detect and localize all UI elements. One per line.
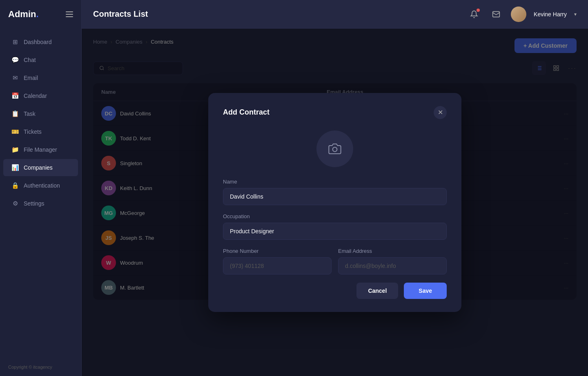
sidebar-item-label: Calendar xyxy=(24,93,47,99)
sidebar-item-authentication[interactable]: 🔒 Authentication xyxy=(3,177,78,194)
user-name: Kevine Harry xyxy=(534,11,567,18)
name-field-group: Name xyxy=(223,179,447,205)
sidebar-item-label: File Manager xyxy=(24,146,57,153)
svg-rect-0 xyxy=(493,11,500,17)
sidebar-item-settings[interactable]: ⚙ Settings xyxy=(3,195,78,212)
logo-dot: . xyxy=(36,9,38,19)
name-label: Name xyxy=(223,179,447,185)
svg-point-12 xyxy=(333,147,337,152)
sidebar: Admin. ⊞ Dashboard 💬 Chat ✉ Email 📅 Cale… xyxy=(0,0,82,376)
chevron-down-icon[interactable]: ▾ xyxy=(574,11,577,17)
app-name: Admin. xyxy=(8,9,39,20)
hamburger-icon[interactable] xyxy=(66,11,73,17)
modal-footer: Cancel Save xyxy=(223,283,447,299)
email-field-group: Email Address xyxy=(338,248,447,274)
sidebar-item-dashboard[interactable]: ⊞ Dashboard xyxy=(3,33,78,51)
sidebar-item-tickets[interactable]: 🎫 Tickets xyxy=(3,123,78,140)
upload-avatar-button[interactable] xyxy=(316,130,353,167)
page-title: Contracts List xyxy=(93,9,148,19)
sidebar-footer: Copyright © itcagency xyxy=(0,358,81,376)
chat-icon: 💬 xyxy=(11,56,19,64)
sidebar-item-email[interactable]: ✉ Email xyxy=(3,69,78,86)
settings-icon: ⚙ xyxy=(11,200,19,207)
phone-email-row: Phone Number Email Address xyxy=(223,248,447,274)
sidebar-item-label: Chat xyxy=(24,57,36,63)
sidebar-item-label: Authentication xyxy=(24,182,60,189)
add-contract-modal: Add Contract ✕ Name Occu xyxy=(208,93,461,312)
mail-button[interactable] xyxy=(489,7,503,22)
sidebar-nav: ⊞ Dashboard 💬 Chat ✉ Email 📅 Calendar 📋 … xyxy=(0,29,81,358)
occupation-field-group: Occupation xyxy=(223,213,447,240)
sidebar-item-label: Email xyxy=(24,75,38,81)
sidebar-item-label: Dashboard xyxy=(24,39,52,45)
phone-input[interactable] xyxy=(223,257,332,274)
notification-button[interactable] xyxy=(467,7,481,22)
occupation-label: Occupation xyxy=(223,213,447,219)
topbar: Contracts List Kevine Harry ▾ xyxy=(82,0,588,29)
sidebar-item-companies[interactable]: 📊 Companies xyxy=(3,159,78,176)
copyright-text: Copyright © itcagency xyxy=(8,365,52,369)
tickets-icon: 🎫 xyxy=(11,128,19,135)
avatar-upload-area[interactable] xyxy=(223,130,447,167)
name-input[interactable] xyxy=(223,188,447,205)
file-manager-icon: 📁 xyxy=(11,146,19,153)
logo-label: Admin xyxy=(8,9,36,19)
main-content: Contracts List Kevine Harry ▾ xyxy=(82,0,588,376)
authentication-icon: 🔒 xyxy=(11,182,19,189)
avatar xyxy=(511,7,526,22)
email-input[interactable] xyxy=(338,257,447,274)
sidebar-item-label: Companies xyxy=(24,164,53,171)
modal-header: Add Contract ✕ xyxy=(223,106,447,119)
sidebar-item-file-manager[interactable]: 📁 File Manager xyxy=(3,141,78,158)
notification-badge xyxy=(477,9,480,12)
companies-icon: 📊 xyxy=(11,164,19,171)
modal-close-button[interactable]: ✕ xyxy=(434,106,447,119)
content-area: Home › Companies › Contracts + Add Custo… xyxy=(82,29,588,376)
email-icon: ✉ xyxy=(11,74,19,82)
sidebar-item-label: Task xyxy=(24,111,36,117)
dashboard-icon: ⊞ xyxy=(11,38,19,46)
email-label: Email Address xyxy=(338,248,447,254)
task-icon: 📋 xyxy=(11,110,19,117)
sidebar-item-chat[interactable]: 💬 Chat xyxy=(3,51,78,69)
sidebar-logo: Admin. xyxy=(0,0,81,29)
phone-field-group: Phone Number xyxy=(223,248,332,274)
phone-label: Phone Number xyxy=(223,248,332,254)
sidebar-item-label: Settings xyxy=(24,200,45,207)
sidebar-item-task[interactable]: 📋 Task xyxy=(3,105,78,122)
save-button[interactable]: Save xyxy=(404,283,447,299)
calendar-icon: 📅 xyxy=(11,92,19,100)
modal-overlay: Add Contract ✕ Name Occu xyxy=(82,29,588,376)
sidebar-item-calendar[interactable]: 📅 Calendar xyxy=(3,87,78,104)
cancel-button[interactable]: Cancel xyxy=(356,283,398,299)
occupation-input[interactable] xyxy=(223,223,447,240)
topbar-right: Kevine Harry ▾ xyxy=(467,7,577,22)
modal-title: Add Contract xyxy=(223,108,270,117)
sidebar-item-label: Tickets xyxy=(24,128,42,135)
